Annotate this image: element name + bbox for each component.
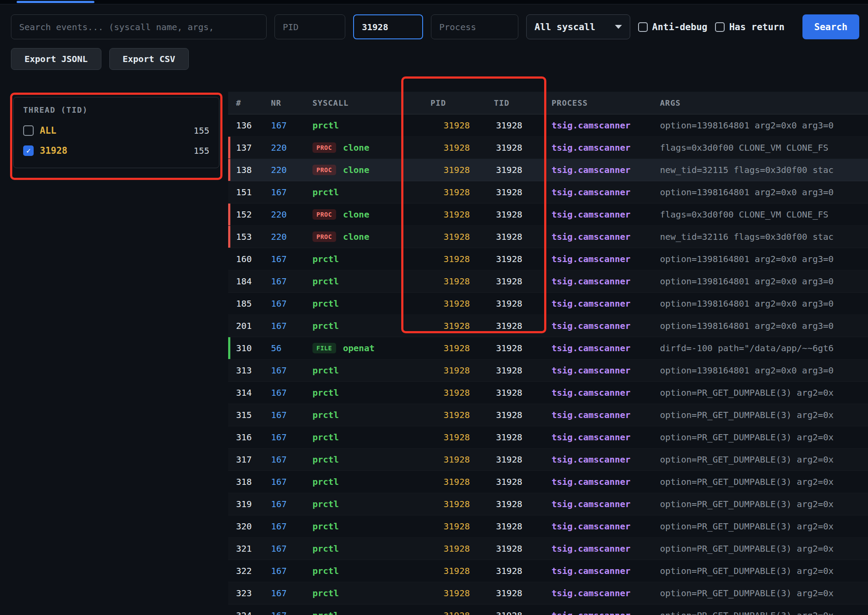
syscall-cell: prctl xyxy=(312,499,431,509)
anti-debug-checkbox-icon[interactable] xyxy=(638,22,648,32)
table-row[interactable]: 201 167 prctl 31928 31928 tsig.camscanne… xyxy=(228,315,868,337)
tid-cell: 31928 xyxy=(479,276,529,287)
table-row[interactable]: 313 167 prctl 31928 31928 tsig.camscanne… xyxy=(228,359,868,382)
tid-cell: 31928 xyxy=(479,254,529,264)
tid-cell: 31928 xyxy=(479,187,529,197)
pid-input[interactable] xyxy=(274,14,345,39)
export-csv-button[interactable]: Export CSV xyxy=(109,48,189,70)
syscall-nr: 167 xyxy=(271,499,312,509)
table-row[interactable]: 314 167 prctl 31928 31928 tsig.camscanne… xyxy=(228,382,868,404)
table-row[interactable]: 136 167 prctl 31928 31928 tsig.camscanne… xyxy=(228,114,868,137)
pid-cell: 31928 xyxy=(431,365,479,376)
process-name: tsig.camscanner xyxy=(529,365,653,376)
syscall-nr: 167 xyxy=(271,321,312,331)
checkbox-unchecked-icon[interactable] xyxy=(23,125,34,136)
pid-cell: 31928 xyxy=(431,298,479,309)
syscall-nr: 220 xyxy=(271,231,312,242)
anti-debug-toggle[interactable]: Anti-debug xyxy=(638,22,707,32)
tid-cell: 31928 xyxy=(479,543,529,554)
event-index: 137 xyxy=(236,142,271,153)
thread-item-31928[interactable]: 31928 155 xyxy=(23,141,209,161)
search-button[interactable]: Search xyxy=(802,14,859,39)
syscall-nr: 220 xyxy=(271,142,312,153)
event-index: 322 xyxy=(236,566,271,576)
event-index: 315 xyxy=(236,410,271,420)
args-cell: new_tid=32115 flags=0x3d0f00 stac xyxy=(653,165,868,175)
process-input[interactable] xyxy=(431,14,518,39)
syscall-cell: prctl xyxy=(312,477,431,487)
category-badge: PROC xyxy=(312,142,336,153)
event-index: 136 xyxy=(236,120,271,131)
thread-item-all[interactable]: ALL 155 xyxy=(23,121,209,141)
table-row[interactable]: 184 167 prctl 31928 31928 tsig.camscanne… xyxy=(228,270,868,293)
args-cell: option=PR_GET_DUMPABLE(3) arg2=0x xyxy=(653,477,868,487)
args-cell: option=PR_GET_DUMPABLE(3) arg2=0x xyxy=(653,410,868,420)
table-header-row: # NR SYSCALL PID TID PROCESS ARGS xyxy=(228,92,868,114)
syscall-cell: PROC clone xyxy=(312,165,431,175)
pid-cell: 31928 xyxy=(431,588,479,598)
header-index: # xyxy=(236,98,271,107)
syscall-cell: prctl xyxy=(312,120,431,131)
has-return-toggle[interactable]: Has return xyxy=(715,22,784,32)
syscall-name: prctl xyxy=(312,588,339,598)
syscall-nr: 220 xyxy=(271,165,312,175)
table-row[interactable]: 319 167 prctl 31928 31928 tsig.camscanne… xyxy=(228,493,868,515)
search-input[interactable] xyxy=(11,14,267,39)
checkbox-checked-icon[interactable] xyxy=(23,145,34,156)
table-row[interactable]: 323 167 prctl 31928 31928 tsig.camscanne… xyxy=(228,582,868,605)
syscall-name: prctl xyxy=(312,477,339,487)
table-row[interactable]: 151 167 prctl 31928 31928 tsig.camscanne… xyxy=(228,181,868,204)
event-index: 160 xyxy=(236,254,271,264)
syscall-cell: PROC clone xyxy=(312,231,431,242)
process-name: tsig.camscanner xyxy=(529,187,653,197)
category-badge: PROC xyxy=(312,165,336,175)
process-name: tsig.camscanner xyxy=(529,410,653,420)
header-args: ARGS xyxy=(653,98,868,107)
event-index: 324 xyxy=(236,610,271,615)
syscall-name: prctl xyxy=(312,120,339,131)
event-index: 138 xyxy=(236,165,271,175)
table-row[interactable]: 320 167 prctl 31928 31928 tsig.camscanne… xyxy=(228,515,868,538)
syscall-nr: 167 xyxy=(271,454,312,465)
process-name: tsig.camscanner xyxy=(529,142,653,153)
tid-cell: 31928 xyxy=(479,566,529,576)
tid-cell: 31928 xyxy=(479,365,529,376)
export-jsonl-button[interactable]: Export JSONL xyxy=(11,48,101,70)
table-row[interactable]: 137 220 PROC clone 31928 31928 tsig.cams… xyxy=(228,137,868,159)
table-row[interactable]: 322 167 prctl 31928 31928 tsig.camscanne… xyxy=(228,560,868,582)
has-return-checkbox-icon[interactable] xyxy=(715,22,725,32)
syscall-nr: 167 xyxy=(271,298,312,309)
syscall-cell: prctl xyxy=(312,365,431,376)
syscall-name: prctl xyxy=(312,365,339,376)
syscall-nr: 167 xyxy=(271,543,312,554)
process-name: tsig.camscanner xyxy=(529,254,653,264)
table-row[interactable]: 324 167 prctl 31928 31928 tsig.camscanne… xyxy=(228,605,868,615)
table-row[interactable]: 310 56 FILE openat 31928 31928 tsig.cams… xyxy=(228,337,868,359)
pid-cell: 31928 xyxy=(431,254,479,264)
pid-cell: 31928 xyxy=(431,454,479,465)
pid-cell: 31928 xyxy=(431,231,479,242)
event-index: 152 xyxy=(236,209,271,220)
syscall-name: clone xyxy=(343,231,369,242)
table-row[interactable]: 321 167 prctl 31928 31928 tsig.camscanne… xyxy=(228,538,868,560)
syscall-filter-select[interactable]: All syscall xyxy=(526,14,630,39)
table-row[interactable]: 315 167 prctl 31928 31928 tsig.camscanne… xyxy=(228,404,868,426)
table-row[interactable]: 185 167 prctl 31928 31928 tsig.camscanne… xyxy=(228,293,868,315)
table-row[interactable]: 152 220 PROC clone 31928 31928 tsig.cams… xyxy=(228,204,868,226)
process-name: tsig.camscanner xyxy=(529,543,653,554)
table-row[interactable]: 317 167 prctl 31928 31928 tsig.camscanne… xyxy=(228,449,868,471)
tid-input[interactable] xyxy=(353,14,423,39)
args-cell: option=1398164801 arg2=0x0 arg3=0 xyxy=(653,321,868,331)
tid-cell: 31928 xyxy=(479,499,529,509)
syscall-cell: PROC clone xyxy=(312,142,431,153)
table-row[interactable]: 138 220 PROC clone 31928 31928 tsig.cams… xyxy=(228,159,868,181)
syscall-nr: 167 xyxy=(271,588,312,598)
anti-debug-label: Anti-debug xyxy=(652,22,707,32)
pid-cell: 31928 xyxy=(431,387,479,398)
pid-cell: 31928 xyxy=(431,165,479,175)
table-row[interactable]: 160 167 prctl 31928 31928 tsig.camscanne… xyxy=(228,248,868,270)
event-index: 319 xyxy=(236,499,271,509)
table-row[interactable]: 153 220 PROC clone 31928 31928 tsig.cams… xyxy=(228,226,868,248)
table-row[interactable]: 316 167 prctl 31928 31928 tsig.camscanne… xyxy=(228,426,868,449)
table-row[interactable]: 318 167 prctl 31928 31928 tsig.camscanne… xyxy=(228,471,868,493)
